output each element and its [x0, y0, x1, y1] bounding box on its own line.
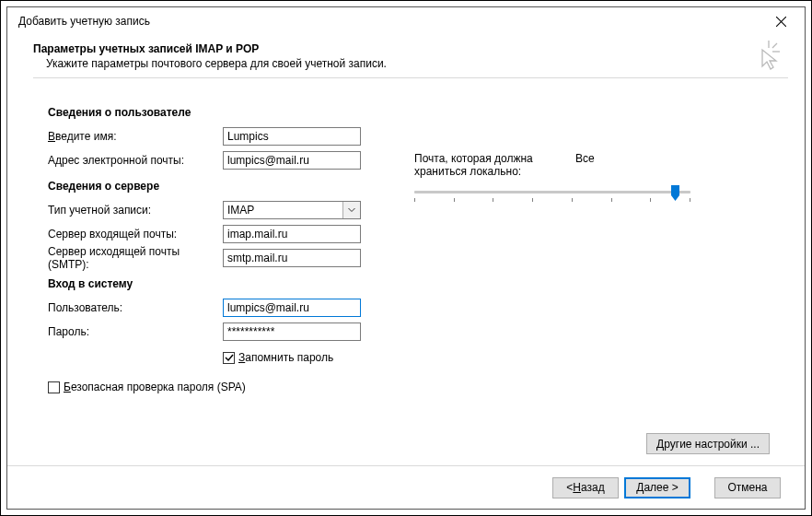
remember-checkbox[interactable]	[223, 352, 235, 364]
row-remember: Запомнить пароль	[48, 347, 398, 368]
right-column: Почта, которая должна храниться локально…	[414, 106, 779, 465]
outgoing-input[interactable]	[223, 249, 361, 267]
row-spa: Безопасная проверка пароля (SPA)	[48, 377, 398, 397]
wizard-cursor-icon	[749, 39, 783, 75]
slider-header: Почта, которая должна храниться локально…	[414, 152, 779, 178]
form-column: Сведения о пользователе Введите имя: Адр…	[48, 106, 398, 465]
titlebar: Добавить учетную запись	[7, 7, 805, 35]
section-server-info: Сведения о сервере	[48, 180, 398, 193]
local-storage-slider[interactable]	[414, 189, 690, 205]
row-password: Пароль:	[48, 320, 398, 344]
label-account-type: Тип учетной записи:	[48, 204, 223, 217]
slider-label: Почта, которая должна храниться локально…	[414, 152, 575, 178]
label-password: Пароль:	[48, 325, 223, 338]
outer-frame: Добавить учетную запись Параметры учетны…	[0, 0, 812, 516]
remember-label: Запомнить пароль	[238, 351, 333, 364]
name-input[interactable]	[223, 127, 361, 146]
spa-label: Безопасная проверка пароля (SPA)	[64, 381, 246, 393]
dropdown-button[interactable]	[342, 202, 360, 218]
close-button[interactable]	[762, 8, 799, 34]
email-input[interactable]	[223, 151, 361, 170]
slider-track	[414, 191, 690, 194]
back-button[interactable]: < Назад	[552, 477, 619, 498]
svg-line-4	[772, 43, 777, 48]
label-email: Адрес электронной почты:	[48, 154, 223, 167]
header-separator	[33, 77, 788, 78]
next-button[interactable]: Далее >	[624, 477, 690, 498]
header-title: Параметры учетных записей IMAP и POP	[33, 42, 788, 55]
cancel-button[interactable]: Отмена	[714, 477, 781, 498]
user-input[interactable]	[223, 299, 361, 317]
row-account-type: Тип учетной записи: IMAP	[48, 198, 398, 222]
checkmark-icon	[225, 353, 234, 362]
label-incoming: Сервер входящей почты:	[48, 228, 223, 240]
more-settings-button[interactable]: Другие настройки ...	[646, 433, 770, 454]
chevron-down-icon	[348, 207, 355, 213]
label-outgoing: Сервер исходящей почты (SMTP):	[48, 245, 223, 271]
more-settings-row: Другие настройки ...	[646, 433, 770, 454]
spa-checkbox[interactable]	[48, 381, 60, 393]
row-outgoing: Сервер исходящей почты (SMTP):	[48, 246, 398, 270]
row-email: Адрес электронной почты:	[48, 148, 398, 172]
header-band: Параметры учетных записей IMAP и POP Ука…	[7, 35, 805, 89]
label-user: Пользователь:	[48, 301, 223, 314]
slider-value-label: Все	[575, 152, 595, 178]
close-icon	[776, 17, 786, 27]
account-type-value: IMAP	[224, 204, 342, 217]
window-title: Добавить учетную запись	[18, 15, 762, 28]
row-user: Пользователь:	[48, 296, 398, 320]
header-subtitle: Укажите параметры почтового сервера для …	[33, 57, 788, 70]
body-area: Сведения о пользователе Введите имя: Адр…	[7, 89, 805, 465]
section-login: Вход в систему	[48, 277, 398, 290]
account-type-select[interactable]: IMAP	[223, 201, 361, 219]
label-name: Введите имя:	[48, 130, 223, 143]
row-incoming: Сервер входящей почты:	[48, 222, 398, 246]
section-user-info: Сведения о пользователе	[48, 106, 398, 119]
dialog: Добавить учетную запись Параметры учетны…	[6, 6, 806, 510]
slider-thumb[interactable]	[671, 185, 679, 202]
password-input[interactable]	[223, 322, 361, 341]
row-name: Введите имя:	[48, 124, 398, 148]
incoming-input[interactable]	[223, 225, 361, 243]
slider-ticks	[414, 198, 690, 203]
footer: < Назад Далее > Отмена	[7, 465, 805, 509]
